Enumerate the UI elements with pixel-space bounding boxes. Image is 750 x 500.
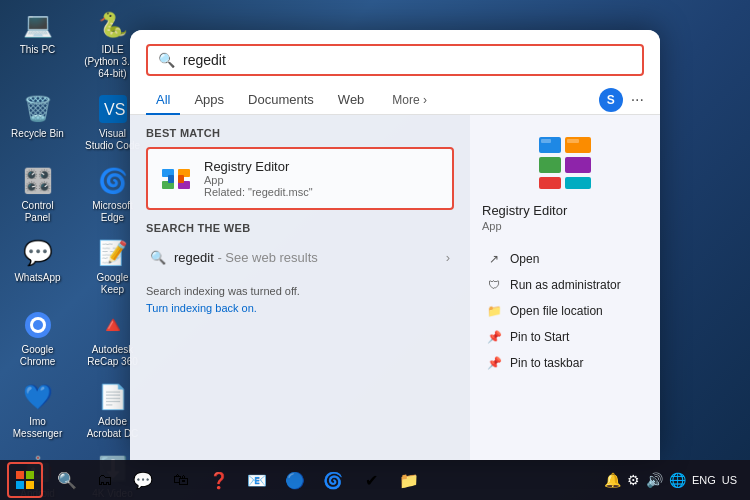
svg-rect-20 [26,471,34,479]
turn-indexing-link[interactable]: Turn indexing back on. [146,302,257,314]
taskbar: 🔍 🗂 💬 🛍 ❓ 📧 🔵 🌀 ✔ 📁 🔔 ⚙ 🔊 🌐 ENG US [0,460,750,500]
desktop-icon-imo[interactable]: 💙 Imo Messenger [5,377,70,444]
action-open-file-location[interactable]: 📁 Open file location [482,298,648,324]
whatsapp-icon: 💬 [22,237,54,269]
svg-rect-21 [16,481,24,489]
index-warning-text: Search indexing was turned off. [146,285,300,297]
recycle-icon: 🗑️ [22,93,54,125]
windows-logo-icon [15,470,35,490]
svg-rect-19 [16,471,24,479]
desktop-icon-control-panel[interactable]: 🎛️ Control Panel [5,161,70,228]
recycle-label: Recycle Bin [11,128,64,140]
svg-rect-12 [539,157,561,173]
taskbar-task-view[interactable]: 🗂 [87,462,123,498]
search-bar: 🔍 [146,44,644,76]
desktop-icon-recycle[interactable]: 🗑️ Recycle Bin [5,89,70,156]
desktop: 💻 This PC 🐍 IDLE (Python 3.10 64-bit) 🗑️… [0,0,750,500]
svg-rect-13 [539,177,561,189]
best-match-item[interactable]: Registry Editor App Related: "regedit.ms… [146,147,454,210]
svg-rect-15 [565,157,591,173]
taskbar-edge[interactable]: 🌀 [315,462,351,498]
idle-icon: 🐍 [97,9,129,41]
taskbar-language: ENG [692,474,716,486]
best-match-type: App [204,174,313,186]
best-match-title: Registry Editor [204,159,313,174]
taskbar-right: 🔔 ⚙ 🔊 🌐 ENG US [604,472,745,488]
action-pin-taskbar[interactable]: 📌 Pin to taskbar [482,350,648,376]
taskbar-teams[interactable]: 💬 [125,462,161,498]
taskbar-help[interactable]: ❓ [201,462,237,498]
tab-all[interactable]: All [146,86,180,115]
search-web-label: Search the web [146,222,454,234]
taskbar-network-icon[interactable]: 🌐 [669,472,686,488]
tab-more[interactable]: More › [382,87,437,115]
search-web-item[interactable]: 🔍 regedit - See web results › [146,242,454,273]
right-panel-type: App [482,220,502,232]
taskbar-explorer[interactable]: 📁 [391,462,427,498]
recap-icon: 🔺 [97,309,129,341]
taskbar-volume-icon[interactable]: 🔊 [646,472,663,488]
tab-documents[interactable]: Documents [238,86,324,115]
action-file-location-label: Open file location [510,304,603,318]
tab-overflow-menu[interactable]: ··· [631,91,644,109]
action-run-as-admin[interactable]: 🛡 Run as administrator [482,272,648,298]
this-pc-icon: 💻 [22,9,54,41]
taskbar-chrome[interactable]: 🔵 [277,462,313,498]
action-open[interactable]: ↗ Open [482,246,648,272]
search-left-panel: Best match Regi [130,115,470,460]
pin-start-icon: 📌 [486,329,502,345]
best-match-text: Registry Editor App Related: "regedit.ms… [204,159,313,198]
this-pc-label: This PC [20,44,56,56]
search-bar-container: 🔍 [130,30,660,86]
taskbar-locale: US [722,474,737,486]
whatsapp-label: WhatsApp [14,272,60,284]
control-panel-label: Control Panel [9,200,66,224]
web-search-icon: 🔍 [150,250,166,265]
chrome-label: Google Chrome [9,344,66,368]
search-tabs: All Apps Documents Web More › S ··· [130,86,660,115]
search-bar-icon: 🔍 [158,52,175,68]
search-content: Best match Regi [130,115,660,460]
user-avatar[interactable]: S [599,88,623,112]
svg-rect-22 [26,481,34,489]
svg-point-4 [33,320,43,330]
taskbar-notification-icon[interactable]: 🔔 [604,472,621,488]
action-pin-taskbar-label: Pin to taskbar [510,356,583,370]
svg-rect-17 [541,139,551,143]
svg-rect-16 [565,177,591,189]
acrobat-icon: 📄 [97,381,129,413]
taskbar-store[interactable]: 🛍 [163,462,199,498]
taskbar-check[interactable]: ✔ [353,462,389,498]
index-warning: Search indexing was turned off. Turn ind… [146,273,454,316]
desktop-icon-this-pc[interactable]: 💻 This PC [5,5,70,84]
search-tabs-right: S ··· [599,88,644,112]
imo-icon: 💙 [22,381,54,413]
action-pin-start[interactable]: 📌 Pin to Start [482,324,648,350]
right-panel-title: Registry Editor [482,203,567,218]
action-admin-label: Run as administrator [510,278,621,292]
svg-text:VS: VS [104,101,125,118]
taskbar-settings-icon[interactable]: ⚙ [627,472,640,488]
svg-rect-9 [168,175,174,183]
gkeep-icon: 📝 [97,237,129,269]
edge-icon: 🌀 [97,165,129,197]
search-input[interactable] [183,52,632,68]
taskbar-mail[interactable]: 📧 [239,462,275,498]
tab-apps[interactable]: Apps [184,86,234,115]
svg-rect-10 [178,175,184,183]
desktop-icons-area: 💻 This PC 🐍 IDLE (Python 3.10 64-bit) 🗑️… [5,5,150,500]
admin-icon: 🛡 [486,277,502,293]
action-open-label: Open [510,252,539,266]
control-panel-icon: 🎛️ [22,165,54,197]
tab-web[interactable]: Web [328,86,375,115]
search-web-text: regedit - See web results [174,250,318,265]
search-overlay: 🔍 All Apps Documents Web More › S ··· Be… [130,30,660,460]
desktop-icon-whatsapp[interactable]: 💬 WhatsApp [5,233,70,300]
chrome-icon [22,309,54,341]
start-button[interactable] [7,462,43,498]
desktop-icon-chrome[interactable]: Google Chrome [5,305,70,372]
taskbar-icons: 🔍 🗂 💬 🛍 ❓ 📧 🔵 🌀 ✔ 📁 [49,462,427,498]
taskbar-search[interactable]: 🔍 [49,462,85,498]
registry-editor-icon-large [533,131,597,195]
vscode-icon: VS [97,93,129,125]
